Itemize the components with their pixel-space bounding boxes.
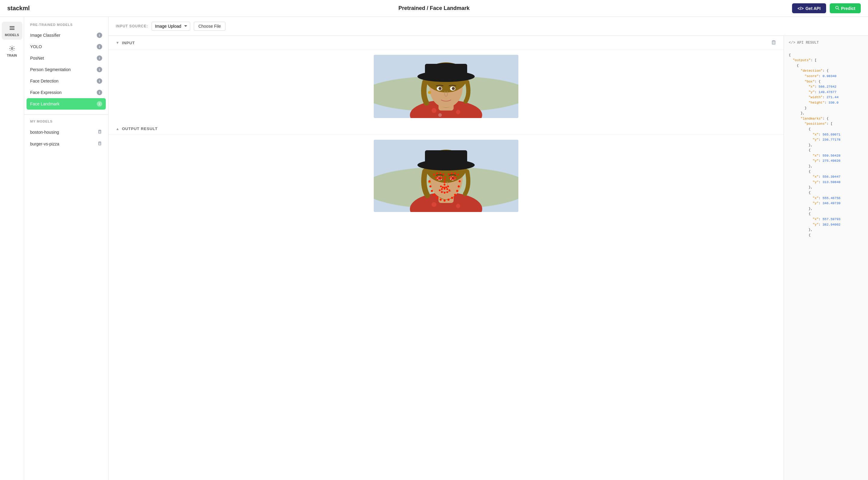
svg-point-82: [437, 178, 439, 180]
image-panel: ▼ INPUT: [108, 36, 784, 480]
svg-rect-12: [772, 41, 775, 44]
delete-input-icon[interactable]: [771, 39, 776, 46]
icon-sidebar: MODELS TRAIN: [0, 17, 24, 480]
svg-line-1: [838, 9, 839, 10]
svg-point-60: [433, 174, 435, 176]
svg-point-73: [442, 186, 444, 188]
svg-point-91: [444, 188, 445, 190]
svg-point-19: [456, 110, 460, 114]
info-icon-yolo: i: [97, 44, 102, 49]
my-model-boston-housing[interactable]: boston-housing: [24, 126, 108, 138]
svg-rect-6: [98, 131, 101, 133]
svg-point-58: [458, 185, 460, 187]
svg-point-36: [456, 204, 460, 208]
svg-point-87: [453, 178, 455, 180]
sidebar-item-train[interactable]: TRAIN: [2, 42, 22, 60]
svg-point-66: [454, 173, 456, 174]
svg-point-48: [430, 185, 432, 187]
svg-point-31: [428, 91, 431, 94]
gear-icon: [9, 45, 16, 53]
svg-point-29: [438, 87, 441, 90]
page-title: Pretrained / Face Landmark: [398, 5, 470, 11]
sidebar-item-models[interactable]: MODELS: [2, 22, 22, 40]
svg-point-83: [449, 177, 451, 179]
my-model-burger-vs-pizza[interactable]: burger-vs-pizza: [24, 138, 108, 150]
svg-point-20: [438, 113, 442, 117]
svg-point-77: [435, 177, 437, 179]
input-source-label: INPUT SOURCE:: [116, 24, 148, 28]
search-icon: [835, 6, 839, 11]
output-image-container: [108, 135, 784, 217]
top-nav: stackml Pretrained / Face Landmark </> G…: [0, 0, 868, 17]
sidebar-item-image-classifier[interactable]: Image Classifier i: [24, 30, 108, 41]
svg-point-72: [440, 185, 442, 187]
input-section-header[interactable]: ▼ INPUT: [108, 36, 784, 50]
svg-point-76: [447, 185, 449, 187]
svg-rect-41: [425, 150, 467, 166]
svg-point-64: [448, 173, 450, 175]
svg-point-95: [444, 192, 445, 194]
svg-point-52: [440, 199, 442, 201]
svg-point-5: [11, 47, 13, 49]
sidebar-item-face-detection[interactable]: Face Detection i: [24, 75, 108, 87]
svg-point-84: [451, 176, 453, 178]
input-image-container: [108, 50, 784, 123]
svg-point-59: [459, 180, 461, 182]
code-brackets-icon: </>: [789, 41, 795, 45]
svg-point-57: [456, 190, 458, 192]
output-image: [374, 140, 518, 212]
panels-container: ▼ INPUT: [108, 36, 868, 480]
input-source-bar: INPUT SOURCE: Image Upload Camera URL Ch…: [108, 17, 868, 36]
sidebar-item-face-expression[interactable]: Face Expression i: [24, 87, 108, 98]
sidebar-item-posnet[interactable]: PosNet i: [24, 53, 108, 64]
svg-point-30: [452, 87, 455, 90]
svg-point-18: [432, 108, 436, 113]
svg-point-75: [445, 186, 447, 188]
svg-point-61: [436, 173, 438, 174]
svg-point-63: [442, 173, 444, 175]
trash-icon-boston-housing[interactable]: [97, 129, 102, 135]
svg-point-65: [451, 173, 453, 174]
svg-point-35: [432, 202, 436, 207]
output-chevron-icon: ▲: [116, 127, 120, 131]
app-logo: stackml: [7, 5, 30, 12]
input-image: [374, 55, 518, 118]
input-source-select[interactable]: Image Upload Camera URL: [152, 22, 190, 31]
svg-point-85: [453, 176, 455, 178]
svg-point-80: [441, 177, 443, 179]
svg-point-70: [444, 181, 445, 183]
svg-point-89: [439, 190, 441, 191]
my-models-section-title: MY MODELS: [24, 119, 108, 126]
svg-point-69: [444, 179, 446, 181]
info-icon-face-detection: i: [97, 78, 102, 84]
svg-point-67: [457, 174, 459, 176]
svg-point-90: [441, 188, 443, 190]
api-code-block: { "outputs": [ { "detection": { "score":…: [789, 47, 863, 243]
app-layout: MODELS TRAIN PRE-TRAINED MODELS Image Cl…: [0, 17, 868, 480]
svg-rect-26: [425, 64, 467, 76]
nav-actions: </> Get API Predict: [792, 3, 861, 13]
sidebar-item-person-segmentation[interactable]: Person Segmentation i: [24, 64, 108, 75]
sidebar-item-face-landmark[interactable]: Face Landmark i: [27, 98, 106, 110]
predict-button[interactable]: Predict: [830, 3, 861, 13]
trash-icon-burger-vs-pizza[interactable]: [97, 141, 102, 147]
main-content: INPUT SOURCE: Image Upload Camera URL Ch…: [108, 17, 868, 480]
svg-point-96: [441, 191, 443, 193]
get-api-button[interactable]: </> Get API: [792, 3, 826, 13]
svg-point-94: [446, 191, 448, 193]
api-result-title: </> API RESULT: [789, 41, 863, 45]
pretrained-section-title: PRE-TRAINED MODELS: [24, 23, 108, 30]
svg-point-93: [448, 190, 450, 191]
choose-file-button[interactable]: Choose File: [194, 22, 225, 31]
sidebar-item-yolo[interactable]: YOLO i: [24, 41, 108, 53]
output-section-header[interactable]: ▲ OUTPUT RESULT: [108, 123, 784, 135]
svg-point-81: [439, 178, 441, 180]
svg-point-79: [439, 176, 441, 178]
info-icon-posnet: i: [97, 56, 102, 61]
svg-point-71: [444, 184, 445, 185]
svg-point-53: [444, 200, 446, 202]
info-icon-face-expression: i: [97, 90, 102, 95]
svg-point-86: [455, 177, 457, 179]
sidebar-divider: [24, 114, 108, 115]
svg-point-47: [429, 180, 431, 182]
